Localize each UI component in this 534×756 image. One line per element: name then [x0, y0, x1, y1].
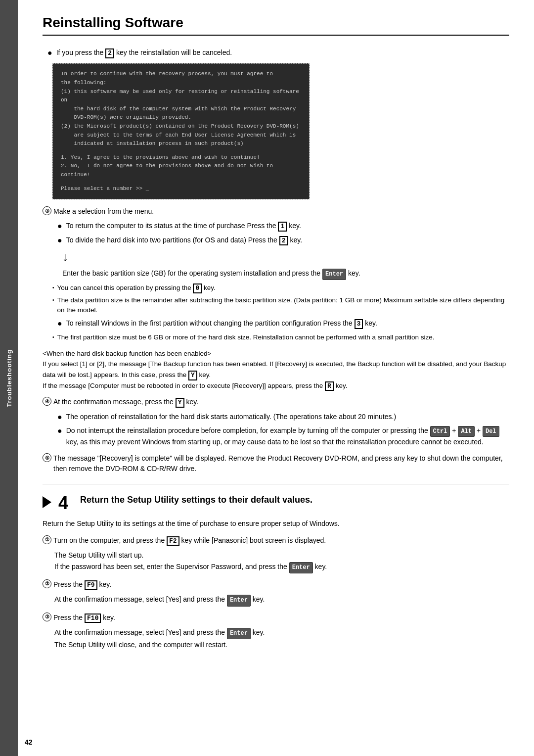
step5-text: The message "[Recovery] is complete" wil…	[53, 453, 509, 474]
small-dot-3: •	[52, 334, 54, 340]
step3-sub1: ● To return the computer to its status a…	[43, 221, 509, 232]
screen-line5: DVD-ROM(s) were originally provided.	[61, 113, 301, 122]
step4-main-header: 4 Return the Setup Utility settings to t…	[43, 494, 509, 512]
step4-sub3-line2: At the confirmation message, select [Yes…	[43, 627, 509, 651]
key-3: 3	[355, 319, 363, 329]
screen-line1: In order to continue with the recovery p…	[61, 70, 301, 79]
warning-block: <When the hard disk backup function has …	[43, 348, 509, 391]
key-f2: F2	[167, 536, 179, 546]
screen-line7: are subject to the terms of each End Use…	[61, 131, 301, 140]
partition-instruction: Enter the basic partition size (GB) for …	[43, 268, 509, 280]
screen-box: In order to continue with the recovery p…	[52, 63, 310, 199]
auto-start-text: The operation of reinstallation for the …	[66, 412, 509, 422]
bullet-dot-nointerrupt: ●	[57, 425, 62, 436]
small-dot-1: •	[52, 285, 54, 290]
step4-sub1-line2: The Setup Utility will start up. If the …	[43, 550, 509, 573]
enter-key-sub1: Enter	[289, 562, 313, 573]
step3-sub2: ● To divide the hard disk into two parti…	[43, 235, 509, 246]
bullet-dot-sub3: ●	[57, 318, 62, 329]
key-0: 0	[193, 284, 202, 293]
cancel-bullet: • You can cancel this operation by press…	[43, 283, 509, 293]
ctrl-key: Ctrl	[430, 426, 450, 437]
data-partition-text: The data partition size is the remainder…	[57, 295, 509, 316]
step4-sub2-line2: At the confirmation message, select [Yes…	[43, 594, 509, 606]
step4-sub3-num: ③	[43, 613, 51, 621]
step4-confirm-section: ④ At the confirmation message, press the…	[43, 397, 509, 447]
top-bullet: ● If you press the 2 key the reinstallat…	[43, 47, 509, 58]
step4-intro: Return the Setup Utility to its settings…	[43, 518, 509, 529]
screen-line4: the hard disk of the computer system wit…	[61, 105, 301, 114]
enter-key-sub3: Enter	[227, 628, 251, 639]
top-bullet-text: If you press the 2 key the reinstallatio…	[56, 47, 509, 58]
side-tab-label: Troubleshooting	[5, 349, 13, 407]
bullet-dot: ●	[47, 47, 52, 58]
page-number: 42	[25, 738, 33, 746]
screen-option2: 2. No, I do not agree to the provisions …	[61, 162, 301, 179]
step4-sub3-text: Press the F10 key.	[53, 613, 509, 623]
step4-confirm-header: ④ At the confirmation message, press the…	[43, 397, 509, 408]
key-f9: F9	[85, 580, 97, 590]
step5-section: ⑤ The message "[Recovery] is complete" w…	[43, 453, 509, 474]
no-interrupt-text: Do not interrupt the reinstallation proc…	[66, 425, 509, 447]
screen-prompt: Please select a number >> _	[61, 185, 301, 193]
step4-confirm-num: ④	[43, 397, 51, 406]
alt-key: Alt	[458, 426, 475, 437]
step4-triangle	[43, 496, 51, 508]
section-divider	[43, 484, 509, 484]
del-key: Del	[483, 426, 499, 437]
step4-sub1-header: ① Turn on the computer, and press the F2…	[43, 535, 509, 546]
bullet-dot-sub2: ●	[57, 235, 62, 246]
step4-num: 4	[58, 494, 68, 512]
step3-sub1-text: To return the computer to its status at …	[66, 221, 509, 232]
screen-line8: indicated at installation process in suc…	[61, 140, 301, 148]
cancel-bullet-text: You can cancel this operation by pressin…	[57, 283, 509, 293]
side-tab: Troubleshooting	[0, 0, 18, 756]
key-R: R	[325, 381, 334, 391]
screen-line3: (1) this software may be used only for r…	[61, 88, 301, 105]
down-arrow: ↓	[43, 250, 509, 264]
step4-main-title: Return the Setup Utility settings to the…	[80, 494, 312, 506]
no-interrupt-bullet: ● Do not interrupt the reinstallation pr…	[43, 425, 509, 447]
warning-line2: If you select [1] or [2], the message [T…	[43, 359, 509, 380]
first-partition-text: The first partition size must be 6 GB or…	[57, 332, 509, 342]
warning-line1: <When the hard disk backup function has …	[43, 348, 509, 359]
bullet-dot-auto: ●	[57, 412, 62, 423]
page-title: Reinstalling Software	[43, 15, 509, 36]
step4-sub2-header: ② Press the F9 key.	[43, 579, 509, 590]
key-1: 1	[278, 222, 287, 232]
step4-sub2: ② Press the F9 key. At the confirmation …	[43, 579, 509, 607]
step4-sub2-text: Press the F9 key.	[53, 579, 509, 590]
enter-key-1: Enter	[322, 269, 346, 280]
key-2-sub2: 2	[279, 236, 288, 246]
first-partition-bullet: • The first partition size must be 6 GB …	[43, 332, 509, 342]
screen-line6: (2) the Microsoft product(s) contained o…	[61, 122, 301, 131]
data-partition-bullet: • The data partition size is the remaind…	[43, 295, 509, 316]
key-Y-confirm: Y	[176, 398, 184, 408]
small-dot-2: •	[52, 297, 54, 303]
step3-sub2-text: To divide the hard disk into two partiti…	[66, 235, 509, 246]
step4-sub2-num: ②	[43, 579, 51, 588]
step5-num: ⑤	[43, 453, 51, 462]
step4-sub1-num: ①	[43, 535, 51, 544]
key-2-top: 2	[105, 48, 114, 58]
screen-line2: the following:	[61, 79, 301, 88]
step4-num-container: 4	[43, 494, 75, 512]
bullet-dot-sub1: ●	[57, 221, 62, 232]
step4-sub3-header: ③ Press the F10 key.	[43, 613, 509, 623]
step5-header: ⑤ The message "[Recovery] is complete" w…	[43, 453, 509, 474]
step3-section: ③ Make a selection from the menu. ● To r…	[43, 206, 509, 342]
step4-sub3: ③ Press the F10 key. At the confirmation…	[43, 613, 509, 651]
warning-line3: If the message [Computer must be reboote…	[43, 380, 509, 391]
screen-option1: 1. Yes, I agree to the provisions above …	[61, 153, 301, 162]
key-f10: F10	[85, 614, 101, 623]
step3-sub3: ● To reinstall Windows in the first part…	[43, 318, 509, 329]
step4-sub1-text: Turn on the computer, and press the F2 k…	[53, 535, 509, 546]
main-content: Reinstalling Software ● If you press the…	[18, 0, 534, 756]
step3-text: Make a selection from the menu.	[53, 206, 509, 217]
step4-confirm-text: At the confirmation message, press the Y…	[53, 397, 509, 408]
key-Y-warn: Y	[188, 371, 197, 380]
step3-header: ③ Make a selection from the menu.	[43, 206, 509, 217]
step3-num: ③	[43, 206, 51, 215]
auto-start-bullet: ● The operation of reinstallation for th…	[43, 412, 509, 423]
step3-sub3-text: To reinstall Windows in the first partit…	[66, 318, 509, 329]
